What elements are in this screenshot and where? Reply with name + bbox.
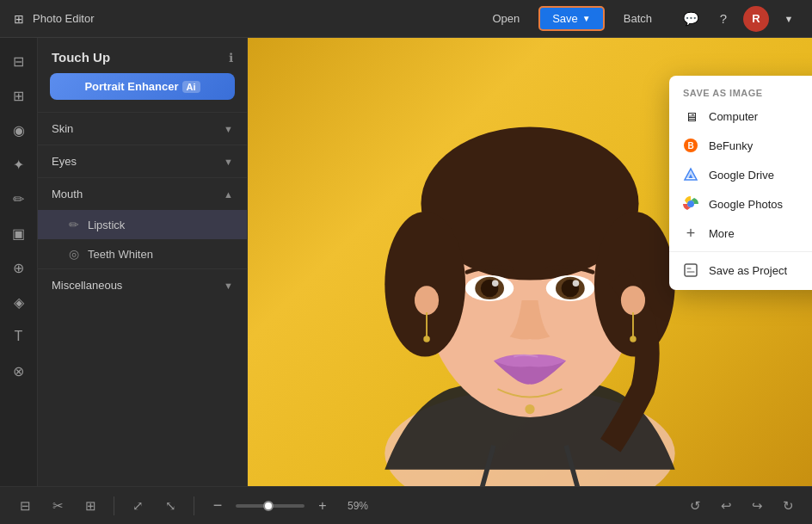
bottom-bar: ⊟ ✂ ⊞ ⤢ ⤡ − + 59% ↺ ↩ ↪ ↻ — [0, 486, 812, 524]
befunky-icon: B — [683, 138, 698, 153]
save-as-image-label: Save as Image — [669, 81, 812, 102]
lipstick-label: Lipstick — [88, 219, 125, 231]
skin-section-header[interactable]: Skin ▼ — [38, 113, 247, 145]
layers-bottom-icon[interactable]: ⊟ — [12, 493, 38, 519]
eyes-section-header[interactable]: Eyes ▼ — [38, 145, 247, 177]
teeth-whiten-icon: ◎ — [69, 247, 79, 261]
text-icon[interactable]: T — [4, 322, 34, 351]
fit-icon[interactable]: ⤢ — [125, 493, 151, 519]
svg-text:▲: ▲ — [687, 172, 694, 180]
save-to-google-photos-item[interactable]: Google Photos — [669, 189, 812, 219]
sidebar-item-teeth-whiten[interactable]: ◎ Teeth Whiten — [38, 239, 247, 268]
more-tools-icon[interactable]: ⊗ — [4, 356, 34, 385]
layers-icon[interactable]: ⊟ — [4, 46, 34, 76]
miscellaneous-label: Miscellaneous — [52, 279, 122, 292]
topbar-left: ⊞ Photo Editor — [10, 10, 95, 28]
app-title: Photo Editor — [33, 12, 95, 25]
svg-rect-30 — [685, 264, 697, 276]
computer-label: Computer — [709, 110, 758, 123]
people-icon[interactable]: ⊕ — [4, 253, 34, 282]
google-photos-icon — [683, 196, 698, 212]
dropdown-overlay: Save as Image 🖥 Computer ⌘ S B BeFunky — [248, 76, 812, 486]
batch-button[interactable]: Batch — [612, 8, 664, 29]
avatar-button[interactable]: R — [743, 6, 769, 32]
topbar-actions: 💬 ? R ▼ — [678, 6, 802, 32]
topbar: ⊞ Photo Editor Open Save ▼ Batch 💬 ? R ▼ — [0, 0, 812, 38]
grid-bottom-icon[interactable]: ⊞ — [77, 493, 103, 519]
sidebar-section-miscellaneous: Miscellaneous ▼ — [38, 268, 247, 301]
svg-text:B: B — [687, 141, 693, 151]
save-dropdown-menu: Save as Image 🖥 Computer ⌘ S B BeFunky — [669, 76, 812, 290]
mouth-label: Mouth — [52, 188, 83, 200]
save-button[interactable]: Save ▼ — [538, 6, 605, 31]
svg-point-29 — [687, 200, 694, 207]
google-drive-label: Google Drive — [709, 169, 774, 182]
more-label: More — [709, 227, 735, 240]
portrait-enhancer-button[interactable]: Portrait Enhancer Ai — [50, 73, 235, 100]
save-to-google-drive-item[interactable]: ▲ Google Drive — [669, 160, 812, 189]
adjustments-icon[interactable]: ⊞ — [4, 81, 34, 110]
zoom-thumb — [263, 501, 274, 511]
zoom-in-button[interactable]: + — [310, 493, 335, 519]
chevron-down-icon-button[interactable]: ▼ — [776, 6, 802, 32]
save-to-computer-item[interactable]: 🖥 Computer ⌘ S — [669, 102, 812, 131]
forward-icon[interactable]: ↻ — [776, 494, 800, 518]
redo-button[interactable]: ↪ — [745, 494, 769, 518]
sidebar-section-mouth: Mouth ▲ ✏ Lipstick ◎ Teeth Whiten — [38, 177, 247, 268]
open-button[interactable]: Open — [480, 8, 532, 29]
zoom-slider[interactable] — [236, 504, 304, 508]
eyes-label: Eyes — [52, 155, 77, 168]
help-icon-button[interactable]: ? — [710, 6, 736, 32]
save-project-label: Save as Project — [709, 264, 787, 277]
sidebar-section-skin: Skin ▼ — [38, 112, 247, 145]
teeth-whiten-label: Teeth Whiten — [88, 248, 153, 261]
crop-icon[interactable]: ✂ — [45, 493, 71, 519]
mouth-chevron-icon: ▲ — [224, 189, 233, 200]
canvas-area: Save as Image 🖥 Computer ⌘ S B BeFunky — [248, 38, 812, 486]
sidebar-section-eyes: Eyes ▼ — [38, 145, 247, 177]
zoom-percentage: 59% — [341, 500, 368, 512]
skin-label: Skin — [52, 122, 73, 135]
frames-icon[interactable]: ▣ — [4, 219, 34, 248]
eyes-chevron-icon: ▼ — [224, 157, 233, 167]
brush-icon[interactable]: ✏ — [4, 184, 34, 213]
dropdown-divider — [669, 251, 812, 252]
sidebar: Touch Up ℹ Portrait Enhancer Ai Skin ▼ E… — [38, 38, 248, 486]
bottom-divider-2 — [194, 496, 194, 515]
history-icon[interactable]: ↺ — [683, 494, 707, 518]
sidebar-header: Touch Up ℹ — [38, 38, 247, 73]
eye-icon[interactable]: ◉ — [4, 115, 34, 145]
befunky-label: BeFunky — [709, 139, 753, 152]
miscellaneous-chevron-icon: ▼ — [224, 280, 233, 291]
undo-button[interactable]: ↩ — [714, 494, 738, 518]
grid-icon: ⊞ — [10, 10, 28, 28]
google-drive-icon: ▲ — [683, 167, 698, 182]
miscellaneous-section-header[interactable]: Miscellaneous ▼ — [38, 269, 247, 301]
bottom-divider-1 — [114, 496, 114, 515]
zoom-control: − + 59% — [205, 493, 368, 519]
sidebar-item-lipstick[interactable]: ✏ Lipstick — [38, 210, 247, 239]
skin-chevron-icon: ▼ — [224, 124, 233, 134]
google-photos-label: Google Photos — [709, 198, 783, 211]
lipstick-icon: ✏ — [69, 218, 79, 231]
mouth-section-header[interactable]: Mouth ▲ — [38, 178, 247, 210]
save-project-icon — [683, 262, 698, 278]
zoom-out-button[interactable]: − — [205, 493, 231, 519]
save-to-befunky-item[interactable]: B BeFunky — [669, 131, 812, 160]
sidebar-title: Touch Up — [52, 50, 110, 65]
icon-bar: ⊟ ⊞ ◉ ✦ ✏ ▣ ⊕ ◈ T ⊗ — [0, 38, 38, 486]
effects-icon[interactable]: ✦ — [4, 150, 34, 179]
main: ⊟ ⊞ ◉ ✦ ✏ ▣ ⊕ ◈ T ⊗ Touch Up ℹ Portrait … — [0, 38, 812, 486]
save-as-project-item[interactable]: Save as Project ⌘ ⇧ S — [669, 256, 812, 285]
chat-icon-button[interactable]: 💬 — [678, 6, 704, 32]
more-icon: + — [683, 225, 698, 241]
aspect-icon[interactable]: ⤡ — [157, 493, 183, 519]
save-more-item[interactable]: + More ▶ — [669, 219, 812, 248]
shapes-icon[interactable]: ◈ — [4, 287, 34, 317]
ai-badge: Ai — [182, 81, 200, 93]
computer-icon: 🖥 — [683, 108, 698, 124]
info-icon[interactable]: ℹ — [229, 51, 233, 65]
